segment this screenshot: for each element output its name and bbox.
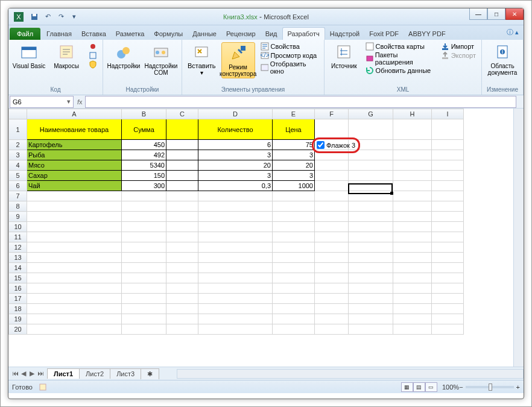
zoom-slider[interactable] xyxy=(466,386,514,388)
cell[interactable] xyxy=(349,201,393,212)
cell[interactable] xyxy=(315,191,349,201)
cell[interactable] xyxy=(349,283,393,294)
cell[interactable] xyxy=(315,242,349,253)
sheet-tab-3[interactable]: Лист3 xyxy=(110,368,141,379)
cell[interactable] xyxy=(393,273,432,283)
row-header-1[interactable]: 1 xyxy=(9,119,27,140)
cell[interactable] xyxy=(122,283,166,294)
design-mode-button[interactable]: Режим конструктора xyxy=(221,42,255,78)
cell[interactable] xyxy=(349,160,393,171)
save-icon[interactable] xyxy=(29,11,40,22)
row-header-10[interactable]: 10 xyxy=(9,222,27,232)
cell[interactable]: 450 xyxy=(122,140,166,150)
cell[interactable] xyxy=(273,212,315,222)
cell[interactable] xyxy=(166,314,198,324)
sheet-tab-2[interactable]: Лист2 xyxy=(79,368,110,379)
cell[interactable] xyxy=(349,263,393,273)
cell[interactable] xyxy=(273,222,315,232)
cell[interactable] xyxy=(166,140,198,150)
cell[interactable]: 3 xyxy=(198,171,273,181)
relative-refs-button[interactable] xyxy=(87,51,99,60)
cell[interactable] xyxy=(27,222,122,232)
run-dialog-button[interactable]: Отобразить окно xyxy=(259,60,320,75)
sheet-nav-first-icon[interactable]: ⏮ xyxy=(11,370,19,377)
cell[interactable] xyxy=(315,119,349,140)
row-header-19[interactable]: 19 xyxy=(9,314,27,324)
cell[interactable] xyxy=(349,242,393,253)
cell[interactable]: 75 xyxy=(273,140,315,150)
cell[interactable] xyxy=(393,212,432,222)
row-header-15[interactable]: 15 xyxy=(9,273,27,283)
cell[interactable] xyxy=(198,191,273,201)
normal-view-button[interactable]: ▦ xyxy=(401,382,413,392)
tab-data[interactable]: Данные xyxy=(188,28,221,40)
row-header-17[interactable]: 17 xyxy=(9,294,27,304)
checkbox-input[interactable] xyxy=(317,141,325,149)
qat-dropdown-icon[interactable]: ▾ xyxy=(69,11,80,22)
cell[interactable] xyxy=(198,222,273,232)
view-code-button[interactable]: </>Просмотр кода xyxy=(259,51,320,60)
header-qty[interactable]: Количество xyxy=(198,119,273,140)
expansion-packs-button[interactable]: Пакеты расширения xyxy=(364,51,435,66)
col-header-D[interactable]: D xyxy=(198,109,273,119)
cell[interactable] xyxy=(273,201,315,212)
cell[interactable] xyxy=(349,119,393,140)
minimize-button[interactable]: — xyxy=(469,8,487,20)
header-price[interactable]: Цена xyxy=(273,119,315,140)
cell[interactable] xyxy=(198,253,273,263)
cell[interactable] xyxy=(273,304,315,314)
tab-formulas[interactable]: Формулы xyxy=(149,28,188,40)
tab-layout[interactable]: Разметка xyxy=(111,28,150,40)
cell[interactable] xyxy=(393,242,432,253)
row-header-18[interactable]: 18 xyxy=(9,304,27,314)
cell[interactable] xyxy=(315,273,349,283)
cell[interactable]: Сахар xyxy=(27,171,122,181)
cell[interactable] xyxy=(273,191,315,201)
tab-view[interactable]: Вид xyxy=(261,28,282,40)
cell[interactable]: 5340 xyxy=(122,160,166,171)
sheet-tab-1[interactable]: Лист1 xyxy=(47,368,80,379)
cell[interactable] xyxy=(315,160,349,171)
cell[interactable] xyxy=(432,222,464,232)
cell[interactable] xyxy=(432,242,464,253)
cell[interactable] xyxy=(27,314,122,324)
xml-source-button[interactable]: Источник xyxy=(328,42,360,69)
cell[interactable] xyxy=(432,304,464,314)
col-header-E[interactable]: E xyxy=(273,109,315,119)
cell[interactable] xyxy=(432,201,464,212)
cell[interactable] xyxy=(198,324,273,335)
sheet-nav-last-icon[interactable]: ⏭ xyxy=(36,370,45,377)
cell[interactable] xyxy=(122,304,166,314)
cell[interactable] xyxy=(393,150,432,160)
cell[interactable] xyxy=(393,140,432,150)
cell[interactable]: 1000 xyxy=(273,181,315,191)
row-header-5[interactable]: 5 xyxy=(9,171,27,181)
tab-home[interactable]: Главная xyxy=(42,28,77,40)
cell[interactable] xyxy=(122,212,166,222)
cell[interactable] xyxy=(432,181,464,191)
cell[interactable] xyxy=(166,263,198,273)
cell[interactable] xyxy=(27,212,122,222)
cell[interactable] xyxy=(315,283,349,294)
cell[interactable] xyxy=(393,294,432,304)
cell[interactable] xyxy=(432,191,464,201)
cell[interactable] xyxy=(393,232,432,242)
cell[interactable]: 300 xyxy=(122,181,166,191)
worksheet-grid[interactable]: ABCDEFGHI1Наименование товараСуммаКоличе… xyxy=(8,109,524,367)
cell[interactable] xyxy=(166,150,198,160)
cell[interactable] xyxy=(198,294,273,304)
cell[interactable] xyxy=(349,222,393,232)
col-header-G[interactable]: G xyxy=(349,109,393,119)
cell[interactable] xyxy=(273,294,315,304)
cell[interactable] xyxy=(122,324,166,335)
cell[interactable] xyxy=(393,304,432,314)
cell[interactable]: 150 xyxy=(122,171,166,181)
cell[interactable] xyxy=(198,201,273,212)
cell[interactable] xyxy=(432,160,464,171)
cell[interactable] xyxy=(349,304,393,314)
cell[interactable] xyxy=(273,324,315,335)
cell[interactable]: 6 xyxy=(198,140,273,150)
row-header-6[interactable]: 6 xyxy=(9,181,27,191)
cell[interactable]: Чай xyxy=(27,181,122,191)
cell[interactable] xyxy=(122,273,166,283)
